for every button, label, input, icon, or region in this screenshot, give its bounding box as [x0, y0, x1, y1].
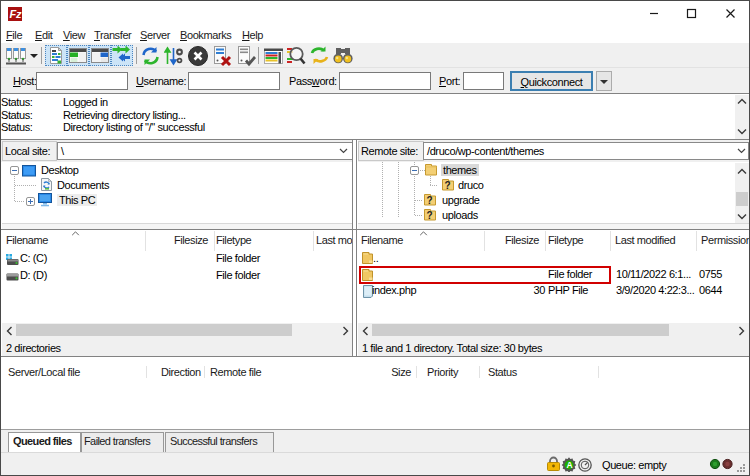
svg-text:?: ? [445, 180, 451, 191]
svg-text:?: ? [427, 195, 433, 206]
svg-text:?: ? [427, 210, 433, 221]
svg-text:A: A [566, 460, 572, 470]
svg-text:Fz: Fz [10, 8, 22, 20]
